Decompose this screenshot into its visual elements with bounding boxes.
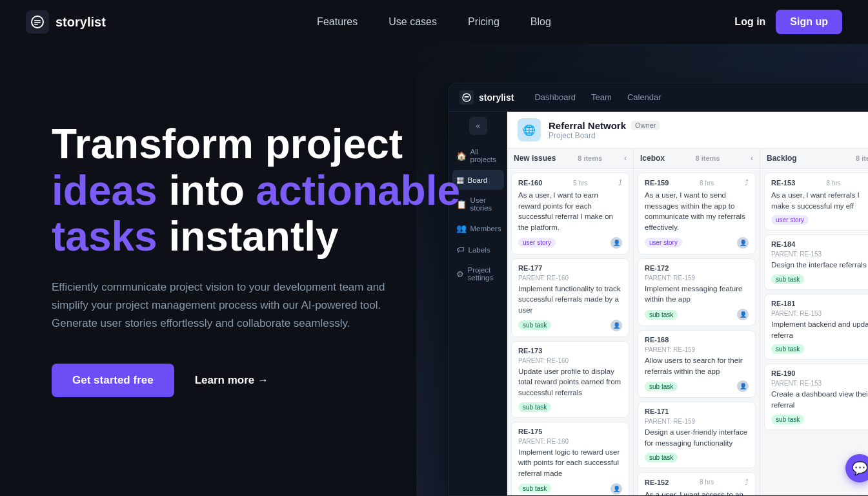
svg-rect-1: [34, 20, 41, 21]
nav-use-cases[interactable]: Use cases: [389, 16, 437, 28]
app-main: 🌐 Referral Network Owner Project Board: [507, 112, 868, 495]
project-header: 🌐 Referral Network Owner Project Board: [507, 112, 868, 149]
hero-title-tasks: tasks: [52, 213, 157, 260]
card-avatar: 👤: [737, 380, 749, 392]
card-RE-159[interactable]: RE-159 8 hrs ⤴ As a user, I want to send…: [638, 172, 756, 254]
card-meta: 8 hrs: [700, 479, 714, 486]
project-info: Referral Network Owner Project Board: [549, 120, 660, 140]
card-tag-row: sub task: [518, 402, 622, 412]
card-id: RE-152: [645, 479, 669, 486]
card-tag: sub task: [645, 310, 678, 320]
get-started-button[interactable]: Get started free: [52, 364, 174, 397]
card-tag: sub task: [771, 274, 804, 284]
card-id: RE-168: [645, 336, 669, 344]
column-new-issues: New issues 8 items ‹ RE-160 5 hrs ⤴: [507, 149, 634, 495]
card-RE-172[interactable]: RE-172 PARENT: RE-159 Implement messagin…: [638, 258, 756, 326]
card-meta: 8 hrs: [700, 180, 714, 187]
column-title-icebox: Icebox: [640, 154, 665, 163]
card-parent: PARENT: RE-153: [771, 310, 868, 317]
card-share-icon: ⤴: [745, 178, 749, 187]
card-id: RE-159: [645, 179, 669, 187]
card-text: Design the interface referrals: [771, 260, 868, 271]
app-tab-dashboard[interactable]: Dashboard: [534, 92, 576, 102]
project-name: Referral Network: [549, 120, 626, 131]
nav-features[interactable]: Features: [317, 16, 358, 28]
logo-icon: [26, 10, 49, 34]
card-text: Implement messaging feature within the a…: [645, 284, 749, 305]
card-tag-row: sub task: [645, 453, 749, 462]
svg-rect-2: [34, 22, 41, 23]
card-id: RE-184: [771, 240, 795, 248]
card-parent: PARENT: RE-160: [518, 274, 622, 282]
card-tag-row: sub task: [771, 344, 868, 354]
card-RE-153[interactable]: RE-153 8 hrs ⤴ As a user, I want referra…: [764, 172, 868, 231]
logo[interactable]: storylist: [26, 10, 106, 34]
card-text: Design a user-friendly interface for mes…: [645, 427, 749, 448]
nav-actions: Log in Sign up: [734, 10, 842, 34]
owner-badge: Owner: [631, 121, 660, 130]
card-RE-184[interactable]: RE-184 PARENT: RE-153 Design the interfa…: [764, 234, 868, 290]
card-tag: user story: [645, 238, 682, 247]
column-cards-new-issues: RE-160 5 hrs ⤴ As a user, I want to earn…: [507, 169, 633, 495]
column-count-new-issues: 8 items: [578, 154, 602, 162]
card-tag: user story: [518, 238, 556, 247]
card-tag-row: user story 👤: [518, 237, 622, 249]
app-tab-calendar[interactable]: Calendar: [627, 92, 661, 102]
card-tag-row: sub task 👤: [645, 309, 749, 320]
card-id: RE-190: [771, 369, 795, 377]
card-parent: PARENT: RE-160: [518, 438, 622, 445]
card-tag: user story: [771, 215, 809, 225]
column-arrow-new-issues[interactable]: ‹: [624, 154, 627, 163]
project-type: Project Board: [549, 131, 660, 140]
card-tag: sub task: [771, 415, 804, 424]
card-meta: 5 hrs: [573, 180, 587, 187]
hero-description: Efficiently communicate project vision t…: [52, 278, 413, 333]
card-RE-177[interactable]: RE-177 PARENT: RE-160 Implement function…: [511, 258, 629, 337]
hero-title-actionable: actionable: [256, 167, 461, 214]
card-RE-181[interactable]: RE-181 PARENT: RE-153 Implement backend …: [764, 294, 868, 360]
signup-button[interactable]: Sign up: [776, 10, 842, 34]
card-meta: 8 hrs: [827, 180, 841, 187]
card-tag-row: user story 👤: [645, 237, 749, 249]
column-icebox: Icebox 8 items ‹ RE-159 8 hrs ⤴: [634, 149, 760, 495]
column-header-new-issues: New issues 8 items ‹: [507, 149, 633, 169]
card-tag: sub task: [518, 484, 551, 493]
app-screenshot: storylist Dashboard Team Calendar « 🏠 Al…: [449, 83, 868, 496]
hero-buttons: Get started free Learn more →: [52, 364, 490, 397]
hero-section: Transform project ideas into actionable …: [0, 44, 868, 496]
login-button[interactable]: Log in: [734, 16, 765, 28]
card-tag: sub task: [645, 382, 678, 391]
card-RE-152[interactable]: RE-152 8 hrs ⤴ As a user, I want access …: [638, 472, 756, 495]
card-RE-190[interactable]: RE-190 PARENT: RE-153 Create a dashboard…: [764, 364, 868, 429]
learn-more-button[interactable]: Learn more →: [195, 374, 268, 387]
app-tab-team[interactable]: Team: [591, 92, 612, 102]
card-id: RE-153: [771, 179, 795, 187]
card-avatar: 👤: [737, 237, 749, 249]
project-avatar: 🌐: [518, 118, 541, 141]
nav-links: Features Use cases Pricing Blog: [317, 16, 551, 28]
card-RE-171[interactable]: RE-171 PARENT: RE-159 Design a user-frie…: [638, 402, 756, 468]
card-tag: sub task: [518, 402, 551, 412]
card-avatar: 👤: [611, 483, 622, 495]
column-count-backlog: 8 items: [856, 154, 868, 162]
card-parent: PARENT: RE-159: [645, 346, 749, 353]
column-title-new-issues: New issues: [514, 154, 556, 163]
hero-content: Transform project ideas into actionable …: [52, 44, 490, 496]
column-arrow-icebox[interactable]: ‹: [751, 154, 753, 163]
card-RE-175[interactable]: RE-175 PARENT: RE-160 Implement logic to…: [511, 422, 629, 495]
nav-blog[interactable]: Blog: [530, 16, 551, 28]
project-name-row: Referral Network Owner: [549, 120, 660, 131]
card-text: As a user, I want to send messages withi…: [645, 190, 749, 233]
card-RE-173[interactable]: RE-173 PARENT: RE-160 Update user profil…: [511, 341, 629, 418]
hero-title-line1: Transform project: [52, 121, 403, 167]
logo-text: storylist: [56, 15, 106, 30]
card-parent: PARENT: RE-160: [518, 357, 622, 364]
card-share-icon: ⤴: [745, 478, 749, 487]
app-navbar: storylist Dashboard Team Calendar: [449, 83, 868, 112]
card-RE-168[interactable]: RE-168 PARENT: RE-159 Allow users to sea…: [638, 330, 756, 398]
nav-pricing[interactable]: Pricing: [468, 16, 500, 28]
card-avatar: 👤: [611, 320, 622, 331]
card-RE-160[interactable]: RE-160 5 hrs ⤴ As a user, I want to earn…: [511, 172, 629, 254]
card-id: RE-177: [518, 264, 542, 272]
card-parent: PARENT: RE-153: [771, 251, 868, 258]
